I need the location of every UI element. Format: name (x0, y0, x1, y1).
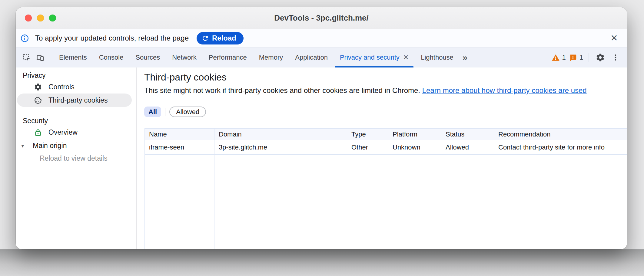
device-toolbar-icon[interactable] (33, 48, 47, 67)
reload-button[interactable]: Reload (197, 32, 244, 44)
sidebar-item-third-party-cookies[interactable]: Third-party cookies (17, 94, 132, 107)
sidebar-item-main-origin[interactable]: ▾ Main origin (16, 139, 136, 152)
issues-icon (569, 54, 577, 62)
settings-gear-icon[interactable] (594, 53, 606, 62)
filter-divider (165, 108, 165, 116)
tab-sources[interactable]: Sources (129, 48, 166, 67)
reload-infobar: To apply your updated controls, reload t… (16, 29, 627, 48)
filter-chip-allowed[interactable]: Allowed (169, 107, 206, 117)
zoom-window-button[interactable] (49, 15, 56, 21)
tab-performance[interactable]: Performance (203, 48, 253, 67)
column-header-domain: Domain (214, 129, 347, 140)
cell-name[interactable]: iframe-seen (145, 140, 214, 155)
window-controls (25, 7, 56, 29)
expander-triangle-icon[interactable]: ▾ (21, 142, 33, 149)
tab-memory[interactable]: Memory (253, 48, 289, 67)
window-title: DevTools - 3pc.glitch.me/ (274, 13, 369, 23)
cell-domain[interactable]: 3p-site.glitch.me (214, 140, 347, 155)
cookies-table: Name Domain Type Platform Status Recomme… (144, 128, 627, 249)
gear-icon (34, 83, 42, 91)
devtools-window: DevTools - 3pc.glitch.me/ To apply your … (16, 7, 627, 249)
panel-description: This site might not work if third-party … (144, 86, 627, 95)
reload-button-label: Reload (212, 34, 236, 42)
sidebar-item-label: Overview (48, 128, 78, 136)
infobar-close-icon[interactable]: ✕ (610, 34, 618, 43)
cookie-icon (34, 96, 42, 104)
panel-content: Privacy Controls Third-party cookies (16, 67, 627, 249)
column-header-status: Status (441, 129, 494, 140)
warnings-badge[interactable]: 1 (552, 54, 566, 62)
table-empty-area (145, 155, 627, 250)
table-row[interactable]: iframe-seen 3p-site.glitch.me Other Unkn… (145, 140, 627, 155)
tab-console[interactable]: Console (93, 48, 130, 67)
toolbar-right-group: 1 1 (552, 48, 627, 67)
cell-type[interactable]: Other (347, 140, 388, 155)
tab-network[interactable]: Network (166, 48, 203, 67)
learn-more-link[interactable]: Learn more about how third-party cookies… (422, 86, 587, 94)
close-tab-icon[interactable]: ✕ (403, 54, 409, 61)
issues-badge[interactable]: 1 (569, 54, 583, 62)
window-titlebar: DevTools - 3pc.glitch.me/ (16, 7, 627, 29)
tab-privacy-and-security[interactable]: Privacy and security ✕ (334, 48, 415, 67)
column-header-type: Type (347, 129, 388, 140)
reload-icon (201, 34, 209, 42)
minimize-window-button[interactable] (37, 15, 44, 21)
desktop-bottom-band (0, 249, 644, 276)
sidebar-item-label: Controls (48, 83, 75, 91)
page-title: Third-party cookies (144, 71, 627, 83)
sidebar-section-security: Security (16, 116, 136, 126)
column-header-name: Name (145, 129, 214, 140)
inspect-element-icon[interactable] (20, 48, 33, 67)
more-tabs-icon[interactable]: » (460, 48, 470, 67)
table-header-row: Name Domain Type Platform Status Recomme… (145, 129, 627, 140)
lock-icon (34, 128, 42, 136)
sidebar-reload-hint: Reload to view details (16, 152, 136, 164)
sidebar-item-controls[interactable]: Controls (16, 80, 136, 94)
cell-status[interactable]: Allowed (441, 140, 494, 155)
issues-count: 1 (579, 54, 583, 61)
third-party-cookies-panel: Third-party cookies This site might not … (137, 67, 627, 249)
infobar-message: To apply your updated controls, reload t… (35, 34, 189, 42)
info-icon (21, 34, 29, 42)
column-header-recommendation: Recommendation (494, 129, 627, 140)
warnings-count: 1 (562, 54, 566, 61)
sidebar-item-security-overview[interactable]: Overview (16, 126, 136, 139)
privacy-security-sidebar: Privacy Controls Third-party cookies (16, 67, 137, 249)
sidebar-item-label: Third-party cookies (48, 96, 108, 104)
cell-platform[interactable]: Unknown (388, 140, 441, 155)
status-filter-group: All Allowed (144, 107, 627, 117)
more-options-dots-icon[interactable] (609, 54, 622, 61)
warning-triangle-icon (552, 54, 560, 62)
sidebar-section-privacy: Privacy (16, 71, 136, 80)
devtools-toolbar: Elements Console Sources Network Perform… (16, 48, 627, 67)
filter-chip-all[interactable]: All (144, 107, 161, 117)
tab-lighthouse[interactable]: Lighthouse (415, 48, 460, 67)
sidebar-item-label: Main origin (33, 142, 67, 150)
toolbar-divider (50, 52, 50, 63)
close-window-button[interactable] (25, 15, 32, 21)
desktop-background: DevTools - 3pc.glitch.me/ To apply your … (0, 0, 644, 276)
tab-elements[interactable]: Elements (53, 48, 93, 67)
tab-application[interactable]: Application (289, 48, 334, 67)
toolbar-divider (589, 53, 589, 62)
column-header-platform: Platform (388, 129, 441, 140)
cell-recommendation[interactable]: Contact third-party site for more info (494, 140, 627, 155)
